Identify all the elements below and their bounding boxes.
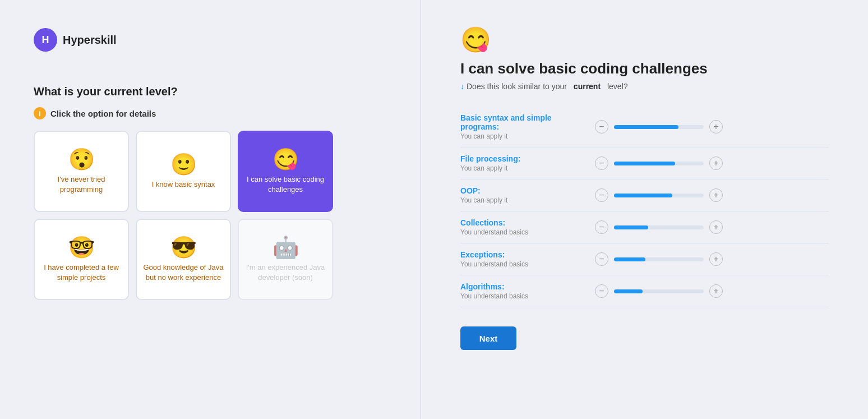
skill-name: OOP: — [460, 186, 584, 195]
skill-row: Algorithms:You understand basics−+ — [460, 275, 829, 307]
skill-sublabel: You understand basics — [460, 228, 584, 236]
skill-bar-bg — [614, 125, 704, 129]
skill-controls: −+ — [595, 252, 723, 266]
skill-bar-fill — [614, 225, 648, 229]
skill-controls: −+ — [595, 120, 723, 133]
skill-info: OOP:You can apply it — [460, 186, 584, 204]
level-card-few_projects[interactable]: 🤓I have completed a few simple projects — [34, 219, 129, 300]
detail-subtitle: ↓ Does this look similar to your current… — [460, 82, 829, 91]
card-label-good_knowledge: Good knowledge of Java but no work exper… — [142, 263, 224, 282]
skill-bar-fill — [614, 289, 643, 293]
skill-bar-fill — [614, 125, 678, 129]
card-label-few_projects: I have completed a few simple projects — [40, 263, 122, 282]
skill-bar-fill — [614, 162, 675, 165]
skill-info: Basic syntax and simple programs:You can… — [460, 113, 584, 140]
skill-bar-bg — [614, 289, 704, 293]
skill-plus-button[interactable]: + — [709, 252, 723, 266]
skill-sublabel: You understand basics — [460, 292, 584, 300]
detail-emoji: 😋 — [460, 25, 829, 54]
skill-info: Collections:You understand basics — [460, 218, 584, 236]
skill-controls: −+ — [595, 284, 723, 298]
level-card-good_knowledge[interactable]: 😎Good knowledge of Java but no work expe… — [136, 219, 231, 300]
card-emoji-solve_challenges: 😋 — [273, 149, 299, 170]
skill-row: OOP:You can apply it−+ — [460, 179, 829, 211]
skill-minus-button[interactable]: − — [595, 252, 608, 266]
card-emoji-good_knowledge: 😎 — [170, 237, 197, 258]
skill-sublabel: You can apply it — [460, 196, 584, 204]
skill-name: Exceptions: — [460, 250, 584, 259]
card-emoji-basic_syntax: 🙂 — [170, 154, 197, 175]
skill-bar-bg — [614, 162, 704, 165]
skill-row: Exceptions:You understand basics−+ — [460, 243, 829, 275]
skill-plus-button[interactable]: + — [709, 120, 723, 133]
skill-row: Collections:You understand basics−+ — [460, 211, 829, 243]
arrow-down-icon: ↓ — [460, 82, 464, 91]
skill-controls: −+ — [595, 188, 723, 202]
skill-info: Exceptions:You understand basics — [460, 250, 584, 268]
skill-bar-bg — [614, 257, 704, 261]
hint-row: i Click the option for details — [34, 107, 387, 119]
hint-text: Click the option for details — [50, 109, 156, 118]
level-card-solve_challenges[interactable]: 😋I can solve basic coding challenges — [238, 131, 333, 212]
skill-sublabel: You can apply it — [460, 132, 584, 140]
skill-row: File processing:You can apply it−+ — [460, 148, 829, 179]
skill-plus-button[interactable]: + — [709, 188, 723, 202]
skill-info: Algorithms:You understand basics — [460, 282, 584, 300]
skill-bar-bg — [614, 194, 704, 197]
cards-grid: 😯I've never tried programming🙂I know bas… — [34, 131, 387, 300]
info-icon: i — [34, 107, 46, 119]
skill-bar-bg — [614, 225, 704, 229]
right-panel: 😋 I can solve basic coding challenges ↓ … — [421, 0, 868, 419]
page-wrapper: H Hyperskill What is your current level?… — [0, 0, 868, 419]
card-label-solve_challenges: I can solve basic coding challenges — [244, 174, 326, 194]
logo-row: H Hyperskill — [34, 28, 387, 52]
skill-plus-button[interactable]: + — [709, 156, 723, 170]
skill-plus-button[interactable]: + — [709, 220, 723, 234]
skill-name: Algorithms: — [460, 282, 584, 291]
card-label-never: I've never tried programming — [40, 174, 122, 194]
skill-bar-fill — [614, 257, 645, 261]
detail-title: I can solve basic coding challenges — [460, 60, 829, 77]
skill-info: File processing:You can apply it — [460, 154, 584, 172]
left-panel: H Hyperskill What is your current level?… — [0, 0, 421, 419]
skill-sublabel: You understand basics — [460, 260, 584, 268]
skill-minus-button[interactable]: − — [595, 220, 608, 234]
skill-sublabel: You can apply it — [460, 164, 584, 172]
skills-list: Basic syntax and simple programs:You can… — [460, 107, 829, 307]
next-button[interactable]: Next — [460, 326, 516, 350]
skill-controls: −+ — [595, 220, 723, 234]
skill-minus-button[interactable]: − — [595, 156, 608, 170]
skill-name: File processing: — [460, 154, 584, 163]
card-emoji-experienced: 🤖 — [273, 237, 299, 258]
app-name: Hyperskill — [63, 34, 117, 47]
skill-plus-button[interactable]: + — [709, 284, 723, 298]
level-card-basic_syntax[interactable]: 🙂I know basic syntax — [136, 131, 231, 212]
skill-minus-button[interactable]: − — [595, 284, 608, 298]
skill-name: Basic syntax and simple programs: — [460, 113, 584, 131]
skill-minus-button[interactable]: − — [595, 120, 608, 133]
level-card-never[interactable]: 😯I've never tried programming — [34, 131, 129, 212]
card-label-basic_syntax: I know basic syntax — [152, 179, 215, 190]
card-emoji-few_projects: 🤓 — [68, 237, 95, 258]
card-label-experienced: I'm an experienced Java developer (soon) — [244, 263, 326, 282]
skill-controls: −+ — [595, 156, 723, 170]
skill-bar-fill — [614, 194, 672, 197]
level-card-experienced: 🤖I'm an experienced Java developer (soon… — [238, 219, 333, 300]
skill-row: Basic syntax and simple programs:You can… — [460, 107, 829, 148]
logo-icon: H — [34, 28, 57, 52]
section-title: What is your current level? — [34, 85, 387, 98]
card-emoji-never: 😯 — [68, 149, 95, 170]
skill-minus-button[interactable]: − — [595, 188, 608, 202]
skill-name: Collections: — [460, 218, 584, 227]
